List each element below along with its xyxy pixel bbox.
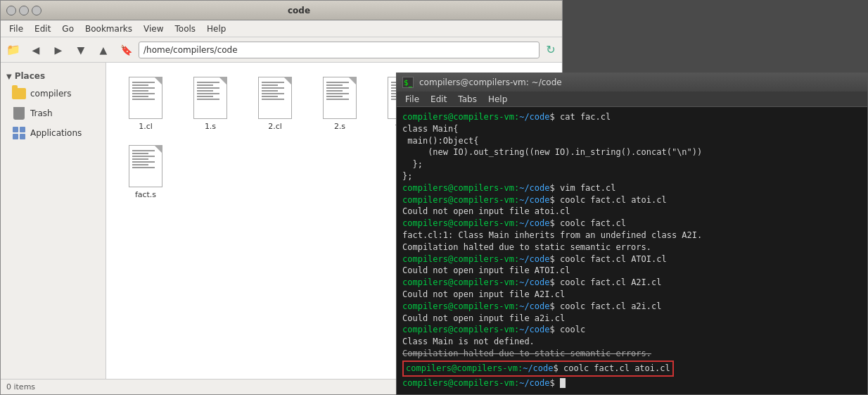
term-line-9: Could not open input file atoi.cl <box>402 206 862 218</box>
term-menu-edit[interactable]: Edit <box>425 93 452 106</box>
menu-file[interactable]: File <box>4 23 29 35</box>
terminal-cursor <box>560 378 566 388</box>
term-line-6: }; <box>402 170 862 182</box>
term-line-16: Could not open input file A2I.cl <box>402 289 862 301</box>
term-line-2: class Main{ <box>402 123 862 135</box>
maximize-button[interactable] <box>32 6 42 15</box>
term-title: compilers@compilers-vm: ~/code <box>419 77 862 87</box>
term-line-23: compilers@compilers-vm:~/code$ <box>402 377 862 389</box>
menu-go[interactable]: Go <box>56 23 79 35</box>
term-line-22: compilers@compilers-vm:~/code$ coolc fac… <box>402 360 674 377</box>
applications-icon <box>12 126 26 140</box>
term-menu-help[interactable]: Help <box>483 93 513 106</box>
forward-button[interactable]: ▶ <box>49 40 68 60</box>
fm-titlebar: code <box>1 1 562 20</box>
sidebar-item-applications[interactable]: Applications <box>1 123 106 143</box>
file-item-facts[interactable]: fact.s <box>117 142 174 202</box>
fm-toolbar: 📁 ◀ ▶ ▼ ▲ 🔖 /home/compilers/code ↻ <box>1 37 562 63</box>
status-text: 0 items <box>6 382 35 391</box>
term-line-1: compilers@compilers-vm:~/code$ cat fac.c… <box>402 111 862 123</box>
back-button[interactable]: ◀ <box>26 40 46 60</box>
menu-help[interactable]: Help <box>201 23 231 35</box>
window-title: code <box>42 6 556 15</box>
file-doc-icon-2cl <box>258 77 292 119</box>
term-line-13: compilers@compilers-vm:~/code$ coolc fac… <box>402 253 862 265</box>
menu-edit[interactable]: Edit <box>29 23 56 35</box>
minimize-button[interactable] <box>19 6 29 15</box>
bookmark-button[interactable]: 🔖 <box>116 40 136 60</box>
close-button[interactable] <box>6 6 16 15</box>
file-label-1s: 1.s <box>205 122 216 131</box>
reload-button[interactable]: ↻ <box>542 42 559 58</box>
compilers-folder-icon <box>12 87 26 101</box>
file-doc-icon-1s <box>193 77 227 119</box>
up-button[interactable]: ▲ <box>94 40 113 60</box>
file-item-2s[interactable]: 2.s <box>312 74 368 134</box>
term-line-14: Could not open input file ATOI.cl <box>402 265 862 277</box>
term-line-18: Could not open input file a2i.cl <box>402 313 862 325</box>
menu-bookmarks[interactable]: Bookmarks <box>79 23 138 35</box>
term-line-3: main():Object{ <box>402 135 862 147</box>
forward-icon: ▶ <box>55 44 63 56</box>
file-item-1cl[interactable]: 1.cl <box>117 74 174 134</box>
term-line-19: compilers@compilers-vm:~/code$ coolc <box>402 324 862 336</box>
location-text: /home/compilers/code <box>143 45 238 55</box>
term-line-4: (new IO).out_string((new IO).in_string()… <box>402 146 862 158</box>
location-bar[interactable]: /home/compilers/code <box>139 42 540 58</box>
term-menubar: File Edit Tabs Help <box>397 92 867 107</box>
menu-tools[interactable]: Tools <box>170 23 202 35</box>
new-folder-button[interactable]: 📁 <box>4 40 23 60</box>
term-line-7: compilers@compilers-vm:~/code$ vim fact.… <box>402 182 862 194</box>
term-line-11: fact.cl:1: Class Main inherits from an u… <box>402 230 862 242</box>
file-doc-icon-facts <box>129 145 162 187</box>
file-label-facts: fact.s <box>135 190 156 199</box>
term-line-10: compilers@compilers-vm:~/code$ coolc fac… <box>402 218 862 230</box>
terminal-icon: $_ <box>402 77 414 88</box>
term-line-17: compilers@compilers-vm:~/code$ coolc fac… <box>402 301 862 313</box>
back-icon: ◀ <box>32 44 40 56</box>
places-arrow-icon: ▼ <box>6 73 12 80</box>
bookmark-icon: 🔖 <box>120 44 132 56</box>
term-menu-tabs[interactable]: Tabs <box>452 93 483 106</box>
places-section[interactable]: ▼ Places <box>1 68 106 84</box>
up-icon: ▲ <box>100 44 108 56</box>
trash-icon <box>12 106 26 120</box>
sidebar-trash-label: Trash <box>30 108 53 118</box>
file-doc-icon-2s <box>323 77 357 119</box>
menu-view[interactable]: View <box>138 23 169 35</box>
file-label-2s: 2.s <box>334 122 345 131</box>
terminal-content[interactable]: compilers@compilers-vm:~/code$ cat fac.c… <box>397 107 867 394</box>
term-line-12: Compilation halted due to static semanti… <box>402 242 862 253</box>
term-titlebar: $_ compilers@compilers-vm: ~/code <box>397 73 867 92</box>
sidebar-applications-label: Applications <box>30 128 82 138</box>
new-folder-icon: 📁 <box>6 43 20 56</box>
file-item-1s[interactable]: 1.s <box>182 74 238 134</box>
reload-icon: ↻ <box>546 43 555 56</box>
term-line-20: Class Main is not defined. <box>402 336 862 348</box>
term-line-8: compilers@compilers-vm:~/code$ coolc fac… <box>402 194 862 206</box>
sidebar-item-trash[interactable]: Trash <box>1 104 106 123</box>
file-label-2cl: 2.cl <box>268 122 282 131</box>
term-line-21: Compilation halted due to static semanti… <box>402 348 862 360</box>
file-item-2cl[interactable]: 2.cl <box>247 74 303 134</box>
terminal-window: $_ compilers@compilers-vm: ~/code File E… <box>396 73 868 395</box>
sidebar-compilers-label: compilers <box>30 89 71 99</box>
sidebar-item-compilers[interactable]: compilers <box>1 84 106 104</box>
file-label-1cl: 1.cl <box>139 122 153 131</box>
places-label: Places <box>15 71 45 81</box>
dropdown-icon: ▼ <box>77 44 85 56</box>
term-line-5: }; <box>402 158 862 170</box>
term-menu-file[interactable]: File <box>400 93 425 106</box>
fm-menubar: File Edit Go Bookmarks View Tools Help <box>1 20 562 37</box>
fm-sidebar: ▼ Places compilers Trash <box>1 63 106 379</box>
file-doc-icon-1cl <box>129 77 162 119</box>
window-controls[interactable] <box>6 6 42 15</box>
dropdown-button[interactable]: ▼ <box>71 40 91 60</box>
term-line-15: compilers@compilers-vm:~/code$ coolc fac… <box>402 277 862 289</box>
